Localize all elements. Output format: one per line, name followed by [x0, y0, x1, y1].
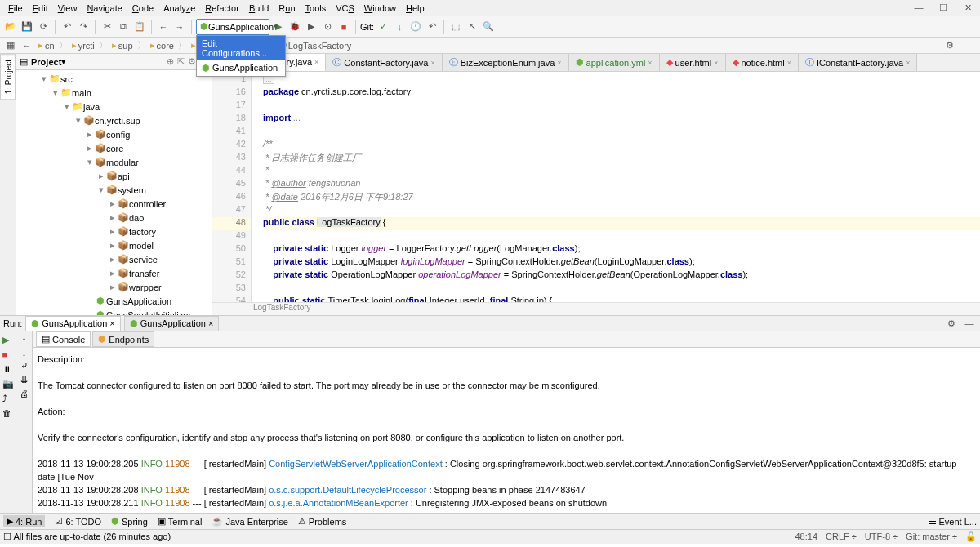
menu-edit[interactable]: Edit [28, 2, 53, 15]
status-message: ☐ All files are up-to-date (26 minutes a… [3, 531, 171, 542]
console-tab[interactable]: ▤ Console [36, 331, 91, 347]
dump-icon[interactable]: 📷 [2, 379, 14, 390]
close-tab-icon[interactable]: × [314, 58, 318, 66]
up-icon[interactable]: ↑ [22, 335, 27, 345]
line-separator[interactable]: CRLF ÷ [826, 531, 857, 542]
tab-notice-html[interactable]: ◆notice.html× [726, 54, 799, 71]
chevron-down-icon[interactable]: ▾ [61, 56, 66, 67]
target-icon[interactable]: ⊕ [167, 56, 174, 67]
collapse-all-icon[interactable]: ⇱ [177, 56, 185, 67]
git-update-icon[interactable]: ✓ [376, 20, 390, 34]
hide-icon[interactable]: — [962, 316, 977, 331]
menu-analyze[interactable]: Analyze [158, 2, 200, 15]
refresh-icon[interactable]: ⟳ [36, 20, 51, 34]
tool-spring[interactable]: ⬢ Spring [111, 516, 148, 527]
tab-application-yml[interactable]: ⬢application.yml× [569, 54, 660, 71]
project-tool-tab[interactable]: 1: Project [0, 54, 16, 100]
menu-view[interactable]: View [53, 2, 82, 15]
cursor-position[interactable]: 48:14 [795, 531, 817, 542]
git-revert-icon[interactable]: ↶ [425, 20, 439, 34]
rerun-icon[interactable]: ▶ [2, 335, 14, 346]
coverage-icon[interactable]: ▶ [304, 20, 318, 34]
redo-icon[interactable]: ↷ [76, 20, 91, 34]
tool-todo[interactable]: ☑ 6: TODO [55, 516, 101, 527]
nav-back-icon[interactable]: ← [20, 38, 34, 53]
run-configuration-dropdown[interactable]: ⬢ GunsApplication ▾ Edit Configurations.… [196, 19, 270, 35]
forward-icon[interactable]: → [172, 20, 187, 34]
console-output[interactable]: Description: The Tomcat connector config… [33, 348, 980, 513]
profile-icon[interactable]: ⊙ [320, 20, 335, 34]
project-view-icon[interactable]: ▤ [20, 56, 28, 67]
menu-vcs[interactable]: VCS [331, 2, 359, 15]
delete-icon[interactable]: 🗑 [2, 408, 14, 420]
editor-breadcrumb[interactable]: LogTaskFactory [212, 302, 980, 315]
action-text: Verify the connector's configuration, id… [38, 431, 975, 444]
settings-icon[interactable]: ⚙ [942, 38, 957, 53]
git-commit-icon[interactable]: ↓ [392, 20, 407, 34]
menu-refactor[interactable]: Refactor [200, 2, 244, 15]
tool-run[interactable]: ▶ 4: Run [3, 515, 45, 527]
run-config-item[interactable]: ⬢ GunsApplication [197, 60, 285, 76]
maximize-button[interactable]: ☐ [931, 0, 956, 15]
exit-icon[interactable]: ⤴ [2, 394, 14, 405]
git-label: Git: [360, 22, 374, 32]
tool-problems[interactable]: ⚠ Problems [298, 516, 346, 527]
tab-user-html[interactable]: ◆user.html× [660, 54, 726, 71]
git-history-icon[interactable]: 🕐 [408, 20, 423, 34]
fold-margin[interactable] [252, 72, 263, 302]
stop-icon[interactable]: ■ [336, 20, 351, 34]
menu-build[interactable]: Build [244, 2, 274, 15]
bc-cn[interactable]: ▸cn [36, 40, 57, 51]
open-icon[interactable]: 📂 [3, 20, 18, 34]
structure-icon[interactable]: ⬚ [448, 20, 463, 34]
menu-file[interactable]: File [3, 2, 28, 15]
tab-iconstantfactory[interactable]: ⒾIConstantFactory.java× [799, 54, 917, 71]
tool-javaee[interactable]: ☕ Java Enterprise [212, 516, 287, 527]
tab-constantfactory[interactable]: ⒸConstantFactory.java× [326, 54, 442, 71]
undo-icon[interactable]: ↶ [60, 20, 74, 34]
menu-navigate[interactable]: Navigate [82, 2, 127, 15]
code-editor[interactable]: ... package cn.yrcti.sup.core.log.factor… [263, 72, 980, 302]
debug-icon[interactable]: 🐞 [287, 20, 302, 34]
cut-icon[interactable]: ✂ [100, 20, 114, 34]
line-gutter[interactable]: 11617 184142 434445 464748 495051 525354 [212, 72, 252, 302]
pause-icon[interactable]: ⏸ [2, 364, 14, 376]
project-tree[interactable]: ▾📁src ▾📁main ▾📁java ▾📦cn.yrcti.sup ▸📦con… [16, 70, 212, 315]
print-icon[interactable]: 🖨 [20, 389, 29, 398]
save-icon[interactable]: 💾 [20, 20, 34, 34]
lock-icon[interactable]: 🔓 [965, 531, 977, 542]
gear-icon[interactable]: ⚙ [188, 56, 196, 67]
menu-help[interactable]: Help [401, 2, 430, 15]
menu-tools[interactable]: Tools [301, 2, 332, 15]
copy-icon[interactable]: ⧉ [116, 20, 131, 34]
scroll-icon[interactable]: ⇊ [20, 375, 28, 385]
tool-eventlog[interactable]: ☰ Event L... [929, 516, 977, 527]
git-branch[interactable]: Git: master ÷ [906, 531, 957, 542]
tool-terminal[interactable]: ▣ Terminal [158, 516, 203, 527]
minimize-button[interactable]: — [906, 0, 931, 15]
menu-code[interactable]: Code [127, 2, 158, 15]
endpoints-tab[interactable]: ⬢ Endpoints [92, 331, 154, 347]
close-button[interactable]: ✕ [956, 0, 980, 15]
wrap-icon[interactable]: ⤶ [20, 361, 28, 371]
bc-sup[interactable]: ▸sup [109, 40, 136, 51]
bc-class[interactable]: ⒸLogTaskFactory [275, 39, 354, 51]
collapse-icon[interactable]: — [960, 38, 975, 53]
bc-yrcti[interactable]: ▸yrcti [69, 40, 97, 51]
run-tab-2[interactable]: ⬢GunsApplication× [124, 316, 220, 331]
encoding[interactable]: UTF-8 ÷ [865, 531, 898, 542]
gear-icon[interactable]: ⚙ [944, 316, 959, 331]
paste-icon[interactable]: 📋 [132, 20, 147, 34]
menu-window[interactable]: Window [359, 2, 401, 15]
pointer-icon[interactable]: ↖ [465, 20, 479, 34]
edit-configurations-item[interactable]: Edit Configurations... [197, 36, 285, 60]
stop-icon[interactable]: ■ [2, 349, 14, 361]
menu-run[interactable]: Run [274, 2, 300, 15]
search-icon[interactable]: 🔍 [481, 20, 496, 34]
project-icon[interactable]: ▦ [3, 38, 18, 53]
bc-core[interactable]: ▸core [148, 40, 176, 51]
run-tab-1[interactable]: ⬢GunsApplication× [25, 316, 121, 331]
tab-bizexception[interactable]: ⒺBizExceptionEnum.java× [443, 54, 569, 71]
back-icon[interactable]: ← [156, 20, 171, 34]
down-icon[interactable]: ↓ [22, 348, 27, 358]
